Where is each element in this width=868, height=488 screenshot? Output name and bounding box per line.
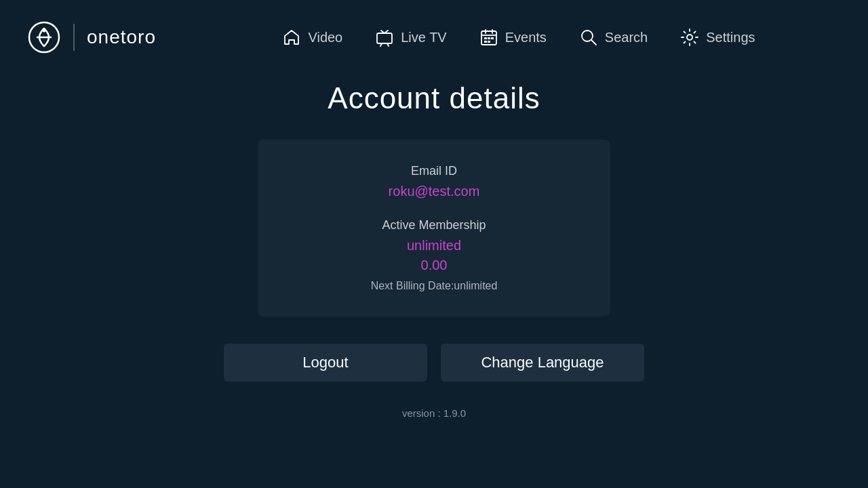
logo-area: onetoro [27,20,156,54]
svg-rect-10 [484,37,487,39]
main-content: Account details Email ID roku@test.com A… [0,75,868,419]
tv-icon [375,28,394,47]
nav-label-settings: Settings [706,30,755,45]
svg-point-2 [43,29,46,33]
logo-icon [27,20,61,54]
home-icon [282,28,301,47]
svg-point-17 [687,35,692,40]
nav-item-live-tv[interactable]: Live TV [375,28,446,47]
membership-plan: unlimited [298,238,570,253]
svg-rect-13 [484,41,487,43]
logo-text: onetoro [87,26,156,48]
nav-item-events[interactable]: Events [479,28,547,47]
search-icon [579,28,598,47]
settings-icon [680,28,699,47]
main-nav: Video Live TV [197,28,841,47]
membership-label: Active Membership [298,218,570,232]
svg-rect-12 [491,37,494,39]
svg-rect-14 [488,41,490,43]
actions-bar: Logout Change Language [224,344,644,382]
page-title: Account details [328,81,540,115]
account-card: Email ID roku@test.com Active Membership… [258,140,610,317]
change-language-button[interactable]: Change Language [441,344,644,382]
nav-label-events: Events [505,30,547,45]
billing-date: Next Billing Date:unlimited [298,280,570,292]
svg-rect-3 [377,33,392,43]
nav-label-video: Video [308,30,342,45]
svg-rect-11 [488,37,490,39]
header: onetoro Video Live TV [0,0,868,75]
nav-item-search[interactable]: Search [579,28,648,47]
email-value: roku@test.com [298,184,570,199]
nav-item-settings[interactable]: Settings [680,28,755,47]
calendar-icon [479,28,498,47]
version-text: version : 1.9.0 [402,407,466,419]
email-label: Email ID [298,164,570,178]
membership-price: 0.00 [298,258,570,273]
nav-item-video[interactable]: Video [282,28,342,47]
svg-line-16 [591,40,596,45]
logout-button[interactable]: Logout [224,344,427,382]
nav-label-live-tv: Live TV [401,30,446,45]
logo-divider [73,24,75,51]
nav-label-search: Search [605,30,648,45]
